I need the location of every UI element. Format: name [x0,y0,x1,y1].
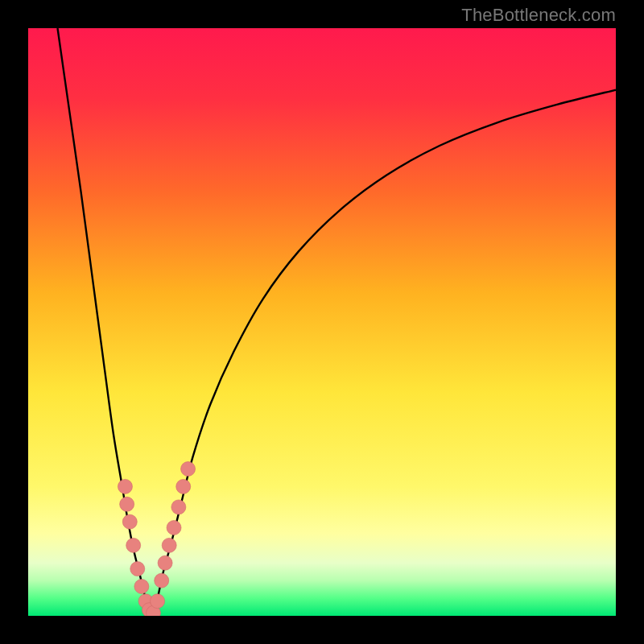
data-marker [151,594,165,609]
data-marker [167,521,181,535]
data-marker [181,462,196,477]
data-marker [155,573,169,588]
data-marker [158,555,172,570]
data-marker [120,497,134,511]
data-marker [176,479,191,493]
data-marker [126,538,141,552]
data-marker [130,562,145,576]
watermark-text: TheBottleneck.com [461,5,616,26]
marker-group [118,462,195,617]
curve-right-branch [151,90,616,616]
data-marker [162,538,176,552]
curve-left-branch [58,28,152,616]
data-marker [122,514,137,529]
chart-frame: { "watermark": "TheBottleneck.com", "col… [0,0,644,644]
plot-area [28,28,616,616]
data-marker [134,580,149,594]
chart-overlay [28,28,616,616]
data-marker [171,500,186,514]
data-marker [118,479,132,493]
